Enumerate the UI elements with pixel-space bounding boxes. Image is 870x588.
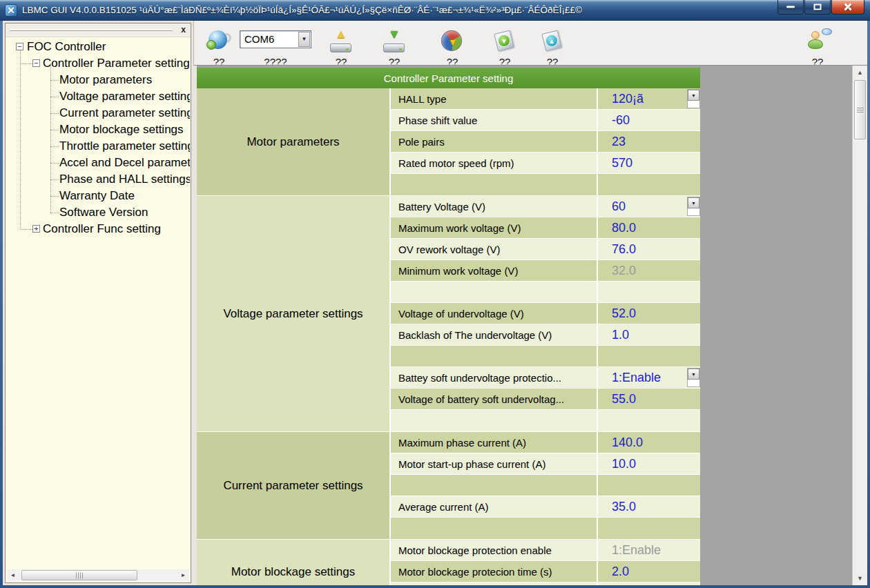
import-file-button[interactable]: ▼?? bbox=[492, 21, 517, 66]
maximize-button[interactable] bbox=[804, 0, 831, 14]
tree-item-motor-blockage-settings[interactable]: Motor blockage settings bbox=[6, 121, 190, 138]
param-value bbox=[598, 582, 700, 585]
param-label: Motor blockage protection enable bbox=[391, 540, 598, 560]
scroll-track[interactable] bbox=[19, 569, 177, 581]
scroll-thumb[interactable] bbox=[21, 570, 137, 580]
param-value: 1:Enable bbox=[598, 540, 700, 560]
param-value[interactable]: 1.0 bbox=[598, 324, 700, 345]
com-port-value: COM6 bbox=[244, 31, 274, 48]
com-port-select[interactable]: COM6▼???? bbox=[240, 21, 311, 66]
com-port-combobox[interactable]: COM6▼ bbox=[240, 30, 311, 48]
value-dropdown[interactable]: ▼ bbox=[687, 89, 700, 108]
tree-item-label: Controller Parameter setting bbox=[43, 57, 190, 70]
tree-item-label: FOC Controller bbox=[27, 40, 106, 54]
connect-button[interactable]: ?? bbox=[206, 21, 231, 66]
dropdown-icon[interactable]: ▼ bbox=[298, 32, 310, 47]
group-name-label: Motor blockage settings bbox=[231, 565, 356, 579]
content-vertical-scrollbar[interactable]: ▲ ▼ bbox=[852, 66, 867, 585]
dropdown-icon[interactable]: ▼ bbox=[688, 197, 699, 208]
panel-grip[interactable] bbox=[10, 29, 173, 31]
param-row: Minimum work voltage (V)32.0 bbox=[391, 260, 700, 282]
tree-connector-line bbox=[50, 63, 51, 213]
param-value[interactable]: 76.0 bbox=[598, 239, 700, 259]
collapse-icon[interactable]: − bbox=[16, 43, 23, 50]
toolbar-item-label: ?? bbox=[440, 57, 465, 66]
tree-item-throttle-parameter-settings[interactable]: Throttle parameter settings bbox=[6, 138, 190, 155]
thumb-grip-icon bbox=[76, 572, 83, 578]
param-value[interactable]: 1:Enable▼ bbox=[598, 367, 700, 388]
param-value bbox=[598, 410, 700, 431]
param-row: Pole pairs23 bbox=[391, 131, 700, 153]
scroll-down-icon[interactable]: ▼ bbox=[853, 575, 867, 582]
toolbar-item-label: ?? bbox=[492, 57, 517, 66]
tree-item-warranty-date[interactable]: Warranty Date bbox=[6, 188, 190, 204]
tree-item-phase-and-hall-settings[interactable]: Phase and HALL settings bbox=[6, 171, 190, 188]
parameter-group-motor-blockage-settings: Motor blockage settingsMotor blockage pr… bbox=[197, 540, 700, 585]
param-value-text: 23 bbox=[612, 135, 626, 149]
param-value[interactable]: 80.0 bbox=[598, 217, 700, 238]
param-value[interactable]: 52.0 bbox=[598, 303, 700, 324]
tree-item-accel-and-decel-parameters[interactable]: Accel and Decel parameters bbox=[6, 155, 190, 171]
minimize-button[interactable] bbox=[777, 0, 804, 14]
table-title: Controller Parameter setting bbox=[197, 68, 700, 88]
tree-item-controller-parameter-setting[interactable]: −Controller Parameter setting bbox=[6, 55, 190, 72]
param-row: Voltage of battery soft undervoltag...55… bbox=[391, 389, 700, 410]
tree-item-motor-parameters[interactable]: Motor parameters bbox=[6, 72, 190, 88]
app-icon bbox=[5, 4, 17, 17]
dropdown-icon[interactable]: ▼ bbox=[688, 369, 699, 380]
scroll-thumb[interactable] bbox=[854, 80, 866, 139]
param-value-text: 32.0 bbox=[612, 264, 636, 278]
empty-row bbox=[391, 174, 700, 195]
tree-item-label: Phase and HALL settings bbox=[59, 173, 190, 186]
dropdown-icon[interactable]: ▼ bbox=[688, 90, 699, 101]
read-params-button[interactable]: ▲?? bbox=[329, 21, 354, 66]
param-label: OV rework voltage (V) bbox=[391, 239, 598, 259]
scroll-right-icon[interactable]: ► bbox=[177, 569, 189, 581]
collapse-icon[interactable]: − bbox=[32, 59, 40, 67]
tree-item-label: Controller Func setting bbox=[43, 222, 161, 236]
param-value-text: 120¡ã bbox=[612, 92, 644, 106]
param-label: Motor blockage protecion time (s) bbox=[391, 561, 598, 582]
tree-item-controller-func-setting[interactable]: +Controller Func setting bbox=[6, 221, 190, 237]
user-info-button[interactable]: ?? bbox=[805, 21, 830, 66]
close-button[interactable] bbox=[831, 0, 864, 14]
param-value bbox=[598, 475, 700, 496]
tree-panel: x −FOC Controller−Controller Parameter s… bbox=[5, 23, 191, 583]
param-row: Motor blockage protection enable1:Enable bbox=[391, 540, 700, 561]
tree-item-label: Motor parameters bbox=[59, 73, 152, 87]
tree-item-current-parameter-settings[interactable]: Current parameter settings bbox=[6, 105, 190, 121]
tree-horizontal-scrollbar[interactable]: ◄ ► bbox=[7, 569, 189, 581]
param-value[interactable]: 570 bbox=[598, 153, 700, 173]
write-params-button[interactable]: ▼?? bbox=[382, 21, 407, 66]
tree-item-label: Motor blockage settings bbox=[59, 123, 184, 137]
group-name-label: Current parameter settings bbox=[223, 479, 362, 493]
panel-close-button[interactable]: x bbox=[181, 25, 186, 35]
empty-row bbox=[391, 346, 700, 367]
color-wheel-icon: ▼ bbox=[440, 30, 465, 55]
param-value[interactable]: 35.0 bbox=[598, 496, 700, 517]
parameter-group-motor-parameters: Motor parametersHALL type120¡ã▼Phase shi… bbox=[197, 88, 700, 196]
tree-item-software-version[interactable]: Software Version bbox=[6, 204, 190, 221]
export-file-button[interactable]: ▲?? bbox=[540, 21, 565, 66]
param-value[interactable]: 23 bbox=[598, 131, 700, 152]
param-value-text: 570 bbox=[612, 156, 632, 170]
param-value[interactable]: 120¡ã▼ bbox=[598, 88, 700, 109]
group-name: Current parameter settings bbox=[197, 432, 391, 539]
scroll-left-icon[interactable]: ◄ bbox=[7, 569, 19, 581]
scroll-up-icon[interactable]: ▲ bbox=[853, 69, 867, 76]
toolbar-item-label: ?? bbox=[329, 57, 354, 66]
tree-item-voltage-parameter-settings[interactable]: Voltage parameter settings bbox=[6, 88, 190, 105]
color-wheel-button[interactable]: ▼?? bbox=[440, 21, 465, 66]
value-dropdown[interactable]: ▼ bbox=[687, 197, 700, 216]
param-value[interactable]: 2.0 bbox=[598, 561, 700, 582]
value-dropdown[interactable]: ▼ bbox=[687, 368, 700, 387]
param-label: Phase shift value bbox=[391, 110, 598, 130]
param-value[interactable]: 10.0 bbox=[598, 453, 700, 474]
param-label bbox=[391, 518, 598, 539]
expand-icon[interactable]: + bbox=[32, 225, 40, 233]
param-value[interactable]: 60▼ bbox=[598, 196, 700, 217]
param-value[interactable]: 140.0 bbox=[598, 432, 700, 453]
tree-item-foc-controller[interactable]: −FOC Controller bbox=[6, 39, 190, 55]
param-value[interactable]: -60 bbox=[598, 110, 700, 130]
param-value[interactable]: 55.0 bbox=[598, 389, 700, 409]
